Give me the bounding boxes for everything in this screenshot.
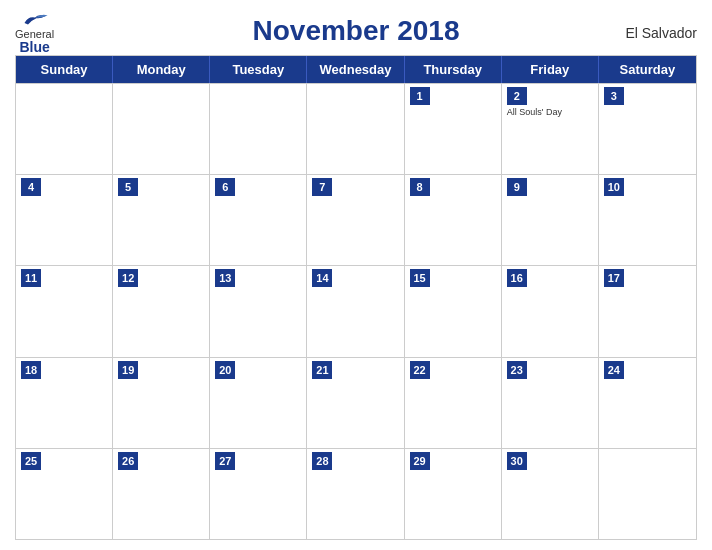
day-number: 28 bbox=[312, 452, 332, 470]
day-cell: 22 bbox=[405, 358, 502, 448]
day-cell: 26 bbox=[113, 449, 210, 539]
day-number: 3 bbox=[604, 87, 624, 105]
calendar-header: General Blue November 2018 El Salvador bbox=[15, 10, 697, 55]
day-cell: 24 bbox=[599, 358, 696, 448]
day-cell: 8 bbox=[405, 175, 502, 265]
day-cell: 21 bbox=[307, 358, 404, 448]
day-cell: 4 bbox=[16, 175, 113, 265]
header-wednesday: Wednesday bbox=[307, 56, 404, 83]
day-number: 10 bbox=[604, 178, 624, 196]
day-cell: 13 bbox=[210, 266, 307, 356]
week-row-2: 45678910 bbox=[16, 174, 696, 265]
day-number: 12 bbox=[118, 269, 138, 287]
day-cell: 15 bbox=[405, 266, 502, 356]
calendar-grid: Sunday Monday Tuesday Wednesday Thursday… bbox=[15, 55, 697, 540]
day-cell: 3 bbox=[599, 84, 696, 174]
header-thursday: Thursday bbox=[405, 56, 502, 83]
weeks-container: 12All Souls' Day345678910111213141516171… bbox=[16, 83, 696, 539]
day-number: 30 bbox=[507, 452, 527, 470]
day-cell: 2All Souls' Day bbox=[502, 84, 599, 174]
calendar-container: General Blue November 2018 El Salvador S… bbox=[0, 0, 712, 550]
day-number: 25 bbox=[21, 452, 41, 470]
header-saturday: Saturday bbox=[599, 56, 696, 83]
day-cell: 17 bbox=[599, 266, 696, 356]
week-row-3: 11121314151617 bbox=[16, 265, 696, 356]
header-monday: Monday bbox=[113, 56, 210, 83]
day-cell: 1 bbox=[405, 84, 502, 174]
day-cell: 12 bbox=[113, 266, 210, 356]
day-cell: 18 bbox=[16, 358, 113, 448]
day-headers-row: Sunday Monday Tuesday Wednesday Thursday… bbox=[16, 56, 696, 83]
day-number: 7 bbox=[312, 178, 332, 196]
day-number: 5 bbox=[118, 178, 138, 196]
week-row-5: 252627282930 bbox=[16, 448, 696, 539]
day-cell: 20 bbox=[210, 358, 307, 448]
day-cell: 14 bbox=[307, 266, 404, 356]
header-tuesday: Tuesday bbox=[210, 56, 307, 83]
day-cell: 6 bbox=[210, 175, 307, 265]
country-label: El Salvador bbox=[625, 25, 697, 41]
day-number: 22 bbox=[410, 361, 430, 379]
day-cell bbox=[210, 84, 307, 174]
day-number: 26 bbox=[118, 452, 138, 470]
day-number: 2 bbox=[507, 87, 527, 105]
day-cell bbox=[16, 84, 113, 174]
day-number: 27 bbox=[215, 452, 235, 470]
day-cell: 27 bbox=[210, 449, 307, 539]
holiday-label: All Souls' Day bbox=[507, 107, 593, 117]
day-number: 8 bbox=[410, 178, 430, 196]
day-number: 6 bbox=[215, 178, 235, 196]
day-cell: 10 bbox=[599, 175, 696, 265]
week-row-4: 18192021222324 bbox=[16, 357, 696, 448]
day-cell: 29 bbox=[405, 449, 502, 539]
day-number: 20 bbox=[215, 361, 235, 379]
logo-blue-text: Blue bbox=[19, 40, 49, 55]
day-cell: 28 bbox=[307, 449, 404, 539]
day-number: 29 bbox=[410, 452, 430, 470]
day-number: 14 bbox=[312, 269, 332, 287]
header-sunday: Sunday bbox=[16, 56, 113, 83]
day-cell: 7 bbox=[307, 175, 404, 265]
day-cell: 25 bbox=[16, 449, 113, 539]
day-cell: 23 bbox=[502, 358, 599, 448]
day-number: 18 bbox=[21, 361, 41, 379]
day-cell: 5 bbox=[113, 175, 210, 265]
day-number: 4 bbox=[21, 178, 41, 196]
generalblue-logo: General Blue bbox=[15, 10, 54, 55]
week-row-1: 12All Souls' Day3 bbox=[16, 83, 696, 174]
day-cell: 16 bbox=[502, 266, 599, 356]
day-number: 11 bbox=[21, 269, 41, 287]
header-friday: Friday bbox=[502, 56, 599, 83]
day-cell bbox=[307, 84, 404, 174]
day-cell bbox=[113, 84, 210, 174]
day-cell: 9 bbox=[502, 175, 599, 265]
logo-bird-icon bbox=[21, 10, 49, 28]
day-number: 23 bbox=[507, 361, 527, 379]
day-cell: 11 bbox=[16, 266, 113, 356]
day-number: 19 bbox=[118, 361, 138, 379]
day-cell: 30 bbox=[502, 449, 599, 539]
day-number: 9 bbox=[507, 178, 527, 196]
day-number: 1 bbox=[410, 87, 430, 105]
day-number: 15 bbox=[410, 269, 430, 287]
day-cell bbox=[599, 449, 696, 539]
day-cell: 19 bbox=[113, 358, 210, 448]
calendar-title: November 2018 bbox=[252, 15, 459, 47]
day-number: 13 bbox=[215, 269, 235, 287]
day-number: 21 bbox=[312, 361, 332, 379]
day-number: 16 bbox=[507, 269, 527, 287]
day-number: 17 bbox=[604, 269, 624, 287]
day-number: 24 bbox=[604, 361, 624, 379]
